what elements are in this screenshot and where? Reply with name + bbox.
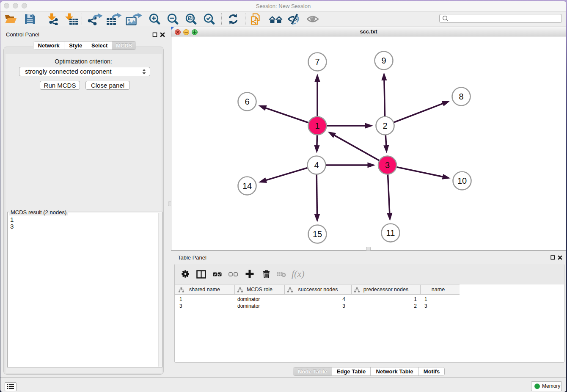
svg-text:11: 11 xyxy=(386,228,395,237)
svg-text:1: 1 xyxy=(315,121,319,130)
svg-text:4: 4 xyxy=(314,160,319,170)
svg-text:9: 9 xyxy=(381,56,386,65)
svg-text:15: 15 xyxy=(313,229,322,239)
svg-text:7: 7 xyxy=(315,57,319,66)
svg-text:3: 3 xyxy=(385,160,390,170)
svg-text:6: 6 xyxy=(245,97,249,106)
svg-text:2: 2 xyxy=(383,121,387,130)
svg-text:8: 8 xyxy=(459,92,463,101)
svg-text:14: 14 xyxy=(242,181,252,190)
svg-text:10: 10 xyxy=(457,176,467,185)
